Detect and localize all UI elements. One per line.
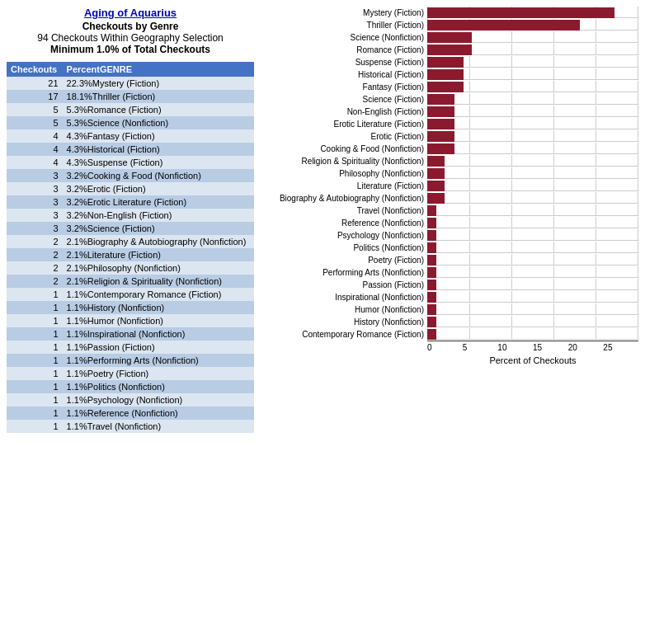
bar-label: Inspirational (Nonfiction) — [262, 293, 427, 302]
chart-bar-row: Poetry (Fiction) — [262, 254, 638, 266]
book-title-link[interactable]: Aging of Aquarius — [7, 7, 254, 19]
bar — [427, 32, 472, 43]
chart-bar-row: Humor (Nonfiction) — [262, 303, 638, 315]
bar-label: Biography & Autobiography (Nonfiction) — [262, 194, 427, 203]
x-tick: 0 — [427, 343, 463, 352]
bar-container — [427, 291, 638, 303]
bar-label: Politics (Nonfiction) — [262, 243, 427, 252]
cell-checkouts: 1 — [7, 327, 63, 341]
bar-label: Cooking & Food (Nonfiction) — [262, 144, 427, 153]
bar-container — [427, 81, 638, 92]
table-row: 11.1%Inspirational (Nonfiction) — [7, 327, 254, 341]
chart-bar-row: Philosophy (Nonfiction) — [262, 167, 638, 179]
bar-container — [427, 242, 638, 253]
bar-container — [427, 316, 638, 327]
bar — [427, 292, 436, 303]
table-row: 1718.1%Thriller (Fiction) — [7, 90, 254, 103]
cell-pct-genre: 1.1%Performing Arts (Nonfiction) — [63, 354, 254, 367]
table-row: 11.1%Reference (Nonfiction) — [7, 407, 254, 420]
bar-label: Humor (Nonfiction) — [262, 305, 427, 314]
bar — [427, 317, 436, 327]
x-tick: 20 — [568, 343, 604, 352]
cell-pct-genre: 2.1%Philosophy (Nonfiction) — [63, 261, 254, 275]
x-tick: 10 — [497, 343, 533, 352]
cell-pct-genre: 1.1%Psychology (Nonfiction) — [63, 393, 254, 407]
chart-bar-row: Fantasy (Fiction) — [262, 81, 638, 92]
bar-label: Science (Fiction) — [262, 95, 427, 104]
bar-container — [427, 7, 638, 18]
bar-container — [427, 31, 638, 43]
cell-checkouts: 4 — [7, 129, 63, 143]
cell-checkouts: 3 — [7, 222, 63, 235]
bar — [427, 106, 454, 117]
bar — [427, 94, 454, 105]
bar-container — [427, 180, 638, 191]
chart-bar-row: Religion & Spirituality (Nonfiction) — [262, 155, 638, 167]
cell-pct-genre: 2.1%Biography & Autobiography (Nonfictio… — [63, 235, 254, 248]
table-row: 22.1%Literature (Fiction) — [7, 248, 254, 261]
chart-bar-row: Psychology (Nonfiction) — [262, 229, 638, 241]
bar-container — [427, 44, 638, 55]
bar-label: Contemporary Romance (Fiction) — [262, 330, 427, 339]
cell-checkouts: 2 — [7, 235, 63, 248]
cell-checkouts: 1 — [7, 420, 63, 433]
cell-pct-genre: 4.3%Historical (Fiction) — [63, 143, 254, 156]
bar — [427, 20, 580, 31]
cell-pct-genre: 1.1%History (Nonfiction) — [63, 301, 254, 314]
chart-bar-row: Inspirational (Nonfiction) — [262, 291, 638, 303]
cell-checkouts: 17 — [7, 90, 63, 103]
bar-container — [427, 204, 638, 216]
col-checkouts: Checkouts — [7, 62, 63, 77]
cell-pct-genre: 3.2%Cooking & Food (Nonfiction) — [63, 169, 254, 182]
cell-checkouts: 1 — [7, 393, 63, 407]
chart-bar-row: Suspense (Fiction) — [262, 56, 638, 68]
chart-bar-row: Contemporary Romance (Fiction) — [262, 328, 638, 340]
bar-label: Performing Arts (Nonfiction) — [262, 268, 427, 277]
cell-pct-genre: 1.1%Contemporary Romance (Fiction) — [63, 288, 254, 301]
bar — [427, 218, 436, 228]
bar-container — [427, 167, 638, 179]
bar — [427, 69, 464, 80]
cell-checkouts: 1 — [7, 367, 63, 380]
chart-bar-row: Passion (Fiction) — [262, 279, 638, 290]
bar — [427, 45, 472, 55]
bar-container — [427, 303, 638, 315]
chart-subtitle1: Checkouts by Genre — [7, 21, 254, 32]
chart-bar-row: History (Nonfiction) — [262, 316, 638, 327]
chart-bar-row: Erotic (Fiction) — [262, 130, 638, 142]
bar — [427, 119, 454, 129]
bar-label: Romance (Fiction) — [262, 45, 427, 54]
table-row: 55.3%Romance (Fiction) — [7, 103, 254, 116]
cell-checkouts: 2 — [7, 275, 63, 288]
x-tick: 5 — [463, 343, 498, 352]
cell-checkouts: 4 — [7, 156, 63, 169]
bar — [427, 82, 464, 92]
cell-checkouts: 1 — [7, 380, 63, 393]
cell-pct-genre: 3.2%Science (Fiction) — [63, 222, 254, 235]
bar — [427, 280, 436, 290]
chart-subtitle2: 94 Checkouts Within Geography Selection — [7, 32, 254, 44]
bar-label: History (Nonfiction) — [262, 317, 427, 327]
bar-label: Passion (Fiction) — [262, 280, 427, 289]
table-row: 22.1%Biography & Autobiography (Nonficti… — [7, 235, 254, 248]
bar-container — [427, 106, 638, 117]
cell-checkouts: 5 — [7, 103, 63, 116]
left-panel: Aging of Aquarius Checkouts by Genre 94 … — [7, 7, 254, 433]
cell-pct-genre: 4.3%Fantasy (Fiction) — [63, 129, 254, 143]
chart-bar-row: Erotic Literature (Fiction) — [262, 118, 638, 129]
bar-container — [427, 254, 638, 266]
bar — [427, 168, 445, 179]
cell-checkouts: 3 — [7, 182, 63, 195]
bar-container — [427, 192, 638, 204]
bar-label: Reference (Nonfiction) — [262, 219, 427, 228]
cell-checkouts: 1 — [7, 354, 63, 367]
cell-checkouts: 3 — [7, 169, 63, 182]
table-row: 11.1%Psychology (Nonfiction) — [7, 393, 254, 407]
bar-label: Historical (Fiction) — [262, 70, 427, 79]
bar-label: Religion & Spirituality (Nonfiction) — [262, 157, 427, 166]
table-row: 11.1%Contemporary Romance (Fiction) — [7, 288, 254, 301]
chart-bar-row: Performing Arts (Nonfiction) — [262, 266, 638, 278]
right-panel: Mystery (Fiction)Thriller (Fiction)Scien… — [254, 7, 638, 433]
bar-label: Thriller (Fiction) — [262, 21, 427, 30]
table-row: 22.1%Philosophy (Nonfiction) — [7, 261, 254, 275]
